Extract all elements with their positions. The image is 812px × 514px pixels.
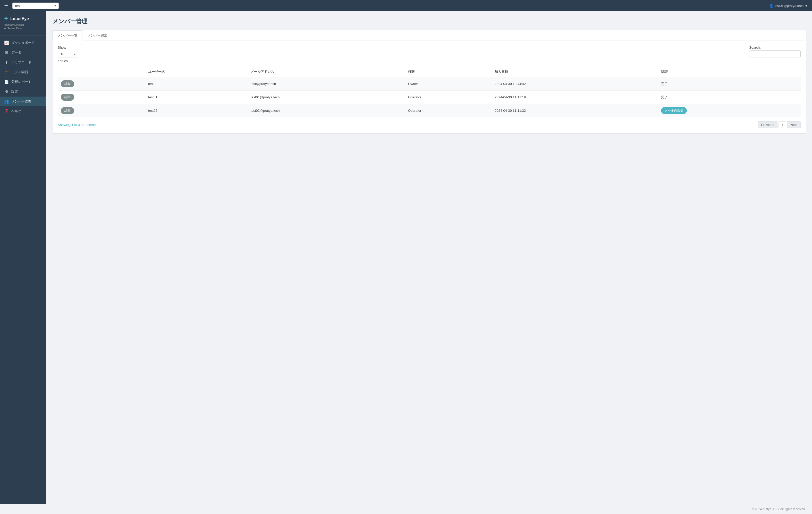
col-auth: 認証 xyxy=(658,67,801,77)
header-left: ☰ test ▼ xyxy=(4,3,59,9)
cell-username-1: test01 xyxy=(145,91,247,104)
project-select[interactable]: test xyxy=(12,3,59,9)
pagination: Previous 1 Next xyxy=(758,121,801,128)
top-header: ☰ test ▼ 👤 test01@pratya.tech ▼ xyxy=(0,0,812,11)
sidebar-item-upload[interactable]: ⬆ アップロード xyxy=(0,57,47,67)
sidebar-item-report[interactable]: 📄 分析レポート xyxy=(0,77,47,87)
table-head: ユーザー名 メールアドレス 権限 加入日時 認証 xyxy=(58,67,801,77)
layout: ✦ LotusEye Anomaly Detectorfor Sensor Da… xyxy=(0,11,812,504)
cell-username-0: test xyxy=(145,77,247,91)
header-dropdown-arrow[interactable]: ▼ xyxy=(805,4,808,8)
cell-email-2: test02@pratya.tech xyxy=(248,104,405,117)
col-action xyxy=(58,67,145,77)
col-email: メールアドレス xyxy=(248,67,405,77)
cell-edit-2: 編集 xyxy=(58,104,145,117)
show-select-wrapper: 10 25 50 100 ▼ xyxy=(58,51,78,57)
sidebar-item-label-settings: 設定 xyxy=(11,89,18,94)
sidebar-item-data[interactable]: ⊞ データ xyxy=(0,48,47,57)
cell-joined-1: 2024-04-30 11:11:19 xyxy=(492,91,658,104)
sidebar-item-help[interactable]: ❓ ヘルプ xyxy=(0,107,47,116)
col-username: ユーザー名 xyxy=(145,67,247,77)
sidebar-item-members[interactable]: 👥 メンバー管理 xyxy=(0,97,47,107)
sidebar-item-label-members: メンバー管理 xyxy=(11,99,31,104)
header-right: 👤 test01@pratya.tech ▼ xyxy=(769,4,808,8)
show-entries: Show 10 25 50 100 ▼ entries xyxy=(58,46,78,63)
logo-top: ✦ LotusEye xyxy=(4,16,43,22)
project-select-wrapper: test ▼ xyxy=(12,3,59,9)
members-table: ユーザー名 メールアドレス 権限 加入日時 認証 編集 test test@pr… xyxy=(58,67,801,117)
logo-area: ✦ LotusEye Anomaly Detectorfor Sensor Da… xyxy=(0,11,47,36)
page-footer: © 2024 pratya, LLC. All rights reserved. xyxy=(0,504,812,514)
tabs: メンバー一覧 メンバー追加 xyxy=(53,30,806,40)
main-content: メンバー管理 メンバー一覧 メンバー追加 Show 10 25 xyxy=(47,11,812,504)
table-footer: Showing 1 to 3 of 3 entries Previous 1 N… xyxy=(58,121,801,128)
settings-icon: ⚙ xyxy=(4,89,9,94)
members-icon: 👥 xyxy=(4,99,9,104)
col-joined: 加入日時 xyxy=(492,67,658,77)
table-row: 編集 test01 test01@pratya.tech Operator 20… xyxy=(58,91,801,104)
logo-icon: ✦ xyxy=(4,16,8,22)
entries-label: entries xyxy=(58,59,78,63)
sidebar-item-model[interactable]: 🎓 モデル学習 xyxy=(0,67,47,77)
user-label: test01@pratya.tech xyxy=(774,4,804,8)
table-header-row: ユーザー名 メールアドレス 権限 加入日時 認証 xyxy=(58,67,801,77)
table-row: 編集 test test@pratya.tech Owner 2024-04-3… xyxy=(58,77,801,91)
sidebar-item-label-report: 分析レポート xyxy=(11,80,31,84)
show-label: Show xyxy=(58,46,78,50)
cell-joined-2: 2024-04-30 11:11:32 xyxy=(492,104,658,117)
sidebar-item-settings[interactable]: ⚙ 設定 xyxy=(0,87,47,97)
members-card: メンバー一覧 メンバー追加 Show 10 25 50 100 xyxy=(53,30,806,133)
sidebar-item-label-model: モデル学習 xyxy=(11,70,28,74)
footer-text: © 2024 pratya, LLC. All rights reserved. xyxy=(752,507,806,511)
table-row: 編集 test02 test02@pratya.tech Operator 20… xyxy=(58,104,801,117)
next-button[interactable]: Next xyxy=(787,121,801,128)
cell-email-1: test01@pratya.tech xyxy=(248,91,405,104)
dashboard-icon: 📈 xyxy=(4,40,9,45)
upload-icon: ⬆ xyxy=(4,60,9,65)
search-area: Search: xyxy=(749,46,801,57)
col-role: 権限 xyxy=(405,67,492,77)
logo-sub: Anomaly Detectorfor Sensor Data xyxy=(4,23,43,30)
edit-button-0[interactable]: 編集 xyxy=(61,80,74,87)
nav-items: 📈 ダッシュボード ⊞ データ ⬆ アップロード 🎓 モデル学習 📄 分析レポー… xyxy=(0,36,47,504)
sidebar-item-dashboard[interactable]: 📈 ダッシュボード xyxy=(0,38,47,48)
cell-auth-2: メール再送信 xyxy=(658,104,801,117)
card-body: Show 10 25 50 100 ▼ entries xyxy=(53,40,806,133)
help-icon: ❓ xyxy=(4,109,9,114)
data-icon: ⊞ xyxy=(4,50,9,55)
page-number[interactable]: 1 xyxy=(779,121,786,128)
cell-role-1: Operator xyxy=(405,91,492,104)
search-input[interactable] xyxy=(749,51,801,57)
table-controls: Show 10 25 50 100 ▼ entries xyxy=(58,46,801,63)
cell-auth-1: 完了 xyxy=(658,91,801,104)
tab-member-add[interactable]: メンバー追加 xyxy=(82,30,112,40)
sidebar: ✦ LotusEye Anomaly Detectorfor Sensor Da… xyxy=(0,11,47,504)
logo-text: LotusEye xyxy=(10,17,29,21)
cell-edit-0: 編集 xyxy=(58,77,145,91)
report-icon: 📄 xyxy=(4,80,9,84)
edit-button-2[interactable]: 編集 xyxy=(61,107,74,114)
resend-button-2[interactable]: メール再送信 xyxy=(661,107,687,114)
showing-text: Showing 1 to 3 of 3 entries xyxy=(58,123,97,127)
sidebar-item-label-dashboard: ダッシュボード xyxy=(11,40,35,45)
user-icon: 👤 xyxy=(769,4,773,8)
hamburger-button[interactable]: ☰ xyxy=(4,3,8,8)
sidebar-item-label-help: ヘルプ xyxy=(11,109,21,114)
edit-button-1[interactable]: 編集 xyxy=(61,94,74,101)
previous-button[interactable]: Previous xyxy=(758,121,778,128)
cell-role-0: Owner xyxy=(405,77,492,91)
page-title: メンバー管理 xyxy=(53,18,806,25)
cell-email-0: test@pratya.tech xyxy=(248,77,405,91)
cell-role-2: Operator xyxy=(405,104,492,117)
sidebar-item-label-upload: アップロード xyxy=(11,60,31,65)
cell-joined-0: 2024-04-30 10:44:42 xyxy=(492,77,658,91)
show-entries-select[interactable]: 10 25 50 100 xyxy=(58,51,78,57)
table-body: 編集 test test@pratya.tech Owner 2024-04-3… xyxy=(58,77,801,117)
sidebar-item-label-data: データ xyxy=(11,50,21,55)
cell-username-2: test02 xyxy=(145,104,247,117)
cell-edit-1: 編集 xyxy=(58,91,145,104)
cell-auth-0: 完了 xyxy=(658,77,801,91)
search-label: Search: xyxy=(749,46,801,50)
model-icon: 🎓 xyxy=(4,70,9,74)
tab-member-list[interactable]: メンバー一覧 xyxy=(53,30,82,40)
